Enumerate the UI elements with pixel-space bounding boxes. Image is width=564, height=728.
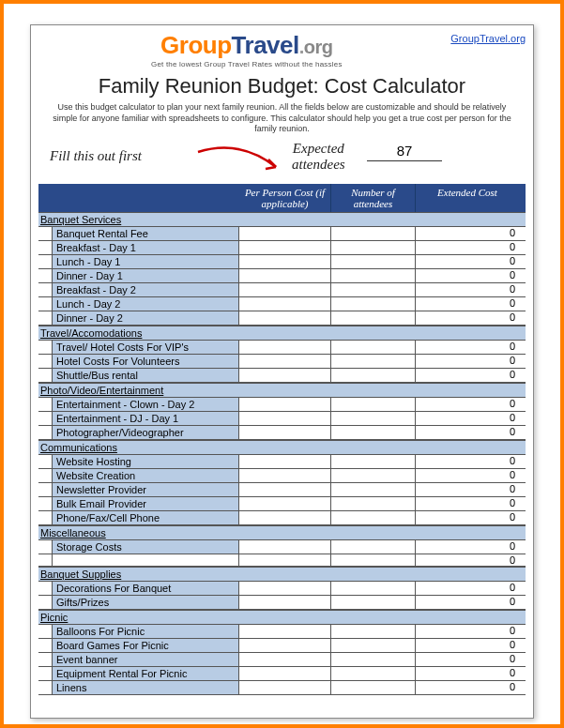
cell-num-attendees[interactable] (331, 297, 416, 311)
cell-per-person-cost[interactable] (239, 554, 331, 566)
table-row: Dinner - Day 10 (38, 269, 526, 283)
logo-group: Group (160, 31, 232, 59)
cell-per-person-cost[interactable] (239, 227, 331, 240)
cell-per-person-cost[interactable] (239, 483, 331, 496)
row-label: Breakfast - Day 1 (52, 241, 239, 254)
table-row: Newsletter Provider0 (38, 483, 526, 497)
table-row: Gifts/Prizes0 (38, 596, 526, 610)
instructions: Use this budget calculator to plan your … (38, 102, 526, 135)
cell-num-attendees[interactable] (331, 241, 416, 254)
arrow-icon (193, 141, 287, 178)
row-label: Breakfast - Day 2 (52, 283, 239, 296)
cell-num-attendees[interactable] (331, 540, 416, 554)
cell-per-person-cost[interactable] (239, 398, 331, 411)
header-row: GroupTravel.org Get the lowest Group Tra… (38, 31, 526, 68)
cell-num-attendees[interactable] (331, 398, 416, 411)
cell-per-person-cost[interactable] (239, 412, 331, 425)
cell-per-person-cost[interactable] (239, 241, 331, 254)
cell-extended-cost: 0 (416, 255, 519, 268)
cell-per-person-cost[interactable] (239, 625, 331, 638)
row-label: Website Hosting (52, 455, 239, 468)
cell-extended-cost: 0 (416, 554, 519, 566)
cell-per-person-cost[interactable] (239, 255, 331, 268)
cell-num-attendees[interactable] (331, 681, 416, 694)
cell-per-person-cost[interactable] (239, 653, 331, 666)
cell-per-person-cost[interactable] (239, 511, 331, 524)
hint2-line2: attendees (292, 157, 345, 172)
cell-per-person-cost[interactable] (239, 596, 331, 609)
cell-num-attendees[interactable] (331, 269, 416, 282)
table-row: Banquet Rental Fee0 (38, 227, 526, 241)
cell-per-person-cost[interactable] (239, 341, 331, 354)
row-label: Lunch - Day 1 (52, 255, 239, 268)
cell-num-attendees[interactable] (331, 596, 416, 609)
table-row: Website Hosting0 (38, 455, 526, 469)
cell-num-attendees[interactable] (331, 311, 416, 325)
cell-per-person-cost[interactable] (239, 455, 331, 468)
row-label: Dinner - Day 1 (52, 269, 239, 282)
cell-extended-cost: 0 (416, 398, 519, 411)
cell-per-person-cost[interactable] (239, 639, 331, 652)
cell-num-attendees[interactable] (331, 426, 416, 439)
cell-extended-cost: 0 (416, 497, 519, 510)
cell-extended-cost: 0 (416, 625, 519, 638)
cell-extended-cost: 0 (416, 412, 519, 425)
cell-extended-cost: 0 (416, 667, 519, 680)
cell-num-attendees[interactable] (331, 283, 416, 296)
table-row: Balloons For Picnic0 (38, 625, 526, 639)
cell-per-person-cost[interactable] (239, 582, 331, 595)
cell-num-attendees[interactable] (331, 554, 416, 566)
cell-extended-cost: 0 (416, 241, 519, 254)
row-label: Bulk Email Provider (52, 497, 239, 510)
cell-num-attendees[interactable] (331, 255, 416, 268)
cell-per-person-cost[interactable] (239, 667, 331, 680)
table-row: Breakfast - Day 10 (38, 241, 526, 255)
table-row: Decorations For Banquet0 (38, 582, 526, 596)
row-label: Lunch - Day 2 (52, 297, 239, 311)
cell-per-person-cost[interactable] (239, 311, 331, 325)
row-label: Newsletter Provider (52, 483, 239, 496)
cell-num-attendees[interactable] (331, 653, 416, 666)
cell-num-attendees[interactable] (331, 625, 416, 638)
page-container: GroupTravel.org Get the lowest Group Tra… (30, 24, 534, 719)
cell-extended-cost: 0 (416, 511, 519, 524)
cell-per-person-cost[interactable] (239, 355, 331, 368)
logo-travel: Travel (232, 31, 299, 59)
cell-num-attendees[interactable] (331, 341, 416, 354)
cell-num-attendees[interactable] (331, 227, 416, 240)
cell-extended-cost: 0 (416, 369, 519, 382)
cell-per-person-cost[interactable] (239, 540, 331, 554)
attendee-input[interactable]: 87 (367, 143, 442, 161)
cell-num-attendees[interactable] (331, 355, 416, 368)
cell-num-attendees[interactable] (331, 511, 416, 524)
section-title: Travel/Accomodations (38, 326, 526, 341)
table-row: Linens0 (38, 681, 526, 695)
cell-num-attendees[interactable] (331, 412, 416, 425)
table-row: Equipment Rental For Picnic0 (38, 667, 526, 681)
column-header: Per Person Cost (if applicable) Number o… (38, 184, 526, 212)
cell-num-attendees[interactable] (331, 369, 416, 382)
row-label: Hotel Costs For Volunteers (52, 355, 239, 368)
cell-num-attendees[interactable] (331, 582, 416, 595)
cell-per-person-cost[interactable] (239, 469, 331, 482)
cell-per-person-cost[interactable] (239, 369, 331, 382)
cell-per-person-cost[interactable] (239, 426, 331, 439)
cell-per-person-cost[interactable] (239, 283, 331, 296)
cell-per-person-cost[interactable] (239, 497, 331, 510)
cell-num-attendees[interactable] (331, 639, 416, 652)
row-label: Equipment Rental For Picnic (52, 667, 239, 680)
cell-num-attendees[interactable] (331, 667, 416, 680)
cell-extended-cost: 0 (416, 455, 519, 468)
cell-num-attendees[interactable] (331, 455, 416, 468)
row-label: Storage Costs (52, 540, 239, 554)
cell-num-attendees[interactable] (331, 483, 416, 496)
cell-num-attendees[interactable] (331, 469, 416, 482)
top-link[interactable]: GroupTravel.org (450, 31, 526, 44)
cell-per-person-cost[interactable] (239, 297, 331, 311)
col-spacer (38, 184, 239, 212)
cell-num-attendees[interactable] (331, 497, 416, 510)
cell-per-person-cost[interactable] (239, 269, 331, 282)
logo-org: org (304, 37, 333, 57)
cell-extended-cost: 0 (416, 653, 519, 666)
cell-per-person-cost[interactable] (239, 681, 331, 694)
